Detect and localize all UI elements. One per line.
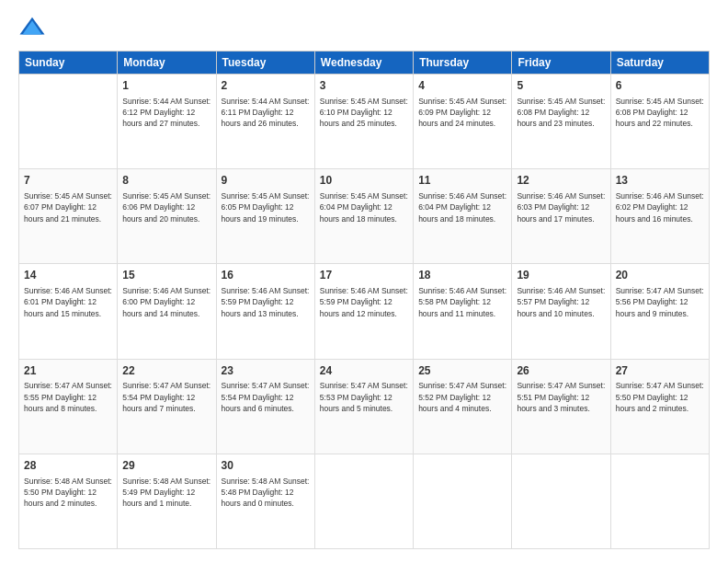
calendar-cell: 18Sunrise: 5:46 AM Sunset: 5:58 PM Dayli…	[414, 264, 512, 359]
calendar-cell: 11Sunrise: 5:46 AM Sunset: 6:04 PM Dayli…	[414, 169, 512, 264]
header-saturday: Saturday	[610, 52, 709, 75]
logo	[18, 14, 50, 41]
week-row-4: 21Sunrise: 5:47 AM Sunset: 5:55 PM Dayli…	[19, 359, 710, 454]
day-number: 4	[418, 78, 506, 94]
calendar-cell	[610, 454, 709, 548]
calendar-cell	[414, 454, 512, 548]
cell-info: Sunrise: 5:46 AM Sunset: 6:01 PM Dayligh…	[24, 285, 112, 319]
calendar-cell: 14Sunrise: 5:46 AM Sunset: 6:01 PM Dayli…	[19, 264, 118, 359]
day-number: 1	[122, 78, 210, 94]
cell-info: Sunrise: 5:48 AM Sunset: 5:49 PM Dayligh…	[122, 476, 210, 510]
header-sunday: Sunday	[19, 52, 118, 75]
day-number: 2	[222, 78, 310, 94]
day-number: 9	[222, 173, 310, 189]
calendar-cell: 22Sunrise: 5:47 AM Sunset: 5:54 PM Dayli…	[118, 359, 216, 454]
header-thursday: Thursday	[414, 52, 512, 75]
calendar-cell	[512, 454, 610, 548]
page: Sunday Monday Tuesday Wednesday Thursday…	[0, 0, 728, 563]
cell-info: Sunrise: 5:47 AM Sunset: 5:54 PM Dayligh…	[222, 380, 310, 414]
day-number: 10	[320, 173, 408, 189]
weekday-header-row: Sunday Monday Tuesday Wednesday Thursday…	[19, 52, 710, 75]
week-row-2: 7Sunrise: 5:45 AM Sunset: 6:07 PM Daylig…	[19, 169, 710, 264]
day-number: 17	[320, 268, 408, 283]
calendar-cell: 4Sunrise: 5:45 AM Sunset: 6:09 PM Daylig…	[414, 75, 512, 169]
cell-info: Sunrise: 5:45 AM Sunset: 6:06 PM Dayligh…	[122, 190, 210, 224]
cell-info: Sunrise: 5:47 AM Sunset: 5:54 PM Dayligh…	[122, 380, 210, 414]
calendar-cell: 27Sunrise: 5:47 AM Sunset: 5:50 PM Dayli…	[610, 359, 709, 454]
header-tuesday: Tuesday	[216, 52, 314, 75]
cell-info: Sunrise: 5:47 AM Sunset: 5:55 PM Dayligh…	[24, 380, 112, 414]
cell-info: Sunrise: 5:45 AM Sunset: 6:04 PM Dayligh…	[320, 190, 408, 224]
day-number: 16	[222, 268, 310, 283]
week-row-1: 1Sunrise: 5:44 AM Sunset: 6:12 PM Daylig…	[19, 75, 710, 169]
day-number: 6	[616, 78, 704, 94]
calendar-cell: 10Sunrise: 5:45 AM Sunset: 6:04 PM Dayli…	[314, 169, 413, 264]
header-wednesday: Wednesday	[314, 52, 413, 75]
cell-info: Sunrise: 5:46 AM Sunset: 5:58 PM Dayligh…	[418, 285, 506, 319]
cell-info: Sunrise: 5:46 AM Sunset: 5:59 PM Dayligh…	[222, 285, 310, 319]
cell-info: Sunrise: 5:48 AM Sunset: 5:50 PM Dayligh…	[24, 476, 112, 510]
cell-info: Sunrise: 5:47 AM Sunset: 5:53 PM Dayligh…	[320, 380, 408, 414]
calendar-cell: 3Sunrise: 5:45 AM Sunset: 6:10 PM Daylig…	[314, 75, 413, 169]
day-number: 13	[616, 173, 704, 189]
week-row-3: 14Sunrise: 5:46 AM Sunset: 6:01 PM Dayli…	[19, 264, 710, 359]
calendar-cell: 2Sunrise: 5:44 AM Sunset: 6:11 PM Daylig…	[216, 75, 314, 169]
calendar-cell: 13Sunrise: 5:46 AM Sunset: 6:02 PM Dayli…	[610, 169, 709, 264]
cell-info: Sunrise: 5:47 AM Sunset: 5:50 PM Dayligh…	[616, 380, 704, 414]
calendar-cell: 30Sunrise: 5:48 AM Sunset: 5:48 PM Dayli…	[216, 454, 314, 548]
calendar-cell: 23Sunrise: 5:47 AM Sunset: 5:54 PM Dayli…	[216, 359, 314, 454]
calendar-cell	[314, 454, 413, 548]
day-number: 26	[517, 363, 605, 379]
cell-info: Sunrise: 5:46 AM Sunset: 6:03 PM Dayligh…	[517, 190, 605, 224]
calendar-cell: 24Sunrise: 5:47 AM Sunset: 5:53 PM Dayli…	[314, 359, 413, 454]
calendar-cell: 5Sunrise: 5:45 AM Sunset: 6:08 PM Daylig…	[512, 75, 610, 169]
cell-info: Sunrise: 5:45 AM Sunset: 6:10 PM Dayligh…	[320, 96, 408, 130]
day-number: 27	[616, 363, 704, 379]
day-number: 19	[517, 268, 605, 283]
calendar-cell: 19Sunrise: 5:46 AM Sunset: 5:57 PM Dayli…	[512, 264, 610, 359]
day-number: 24	[320, 363, 408, 379]
calendar-cell: 8Sunrise: 5:45 AM Sunset: 6:06 PM Daylig…	[118, 169, 216, 264]
calendar-cell: 20Sunrise: 5:47 AM Sunset: 5:56 PM Dayli…	[610, 264, 709, 359]
calendar-cell: 7Sunrise: 5:45 AM Sunset: 6:07 PM Daylig…	[19, 169, 118, 264]
logo-icon	[18, 14, 46, 41]
day-number: 21	[24, 363, 112, 379]
day-number: 14	[24, 268, 112, 283]
header	[18, 14, 710, 41]
calendar-cell: 6Sunrise: 5:45 AM Sunset: 6:08 PM Daylig…	[610, 75, 709, 169]
day-number: 5	[517, 78, 605, 94]
calendar-cell: 17Sunrise: 5:46 AM Sunset: 5:59 PM Dayli…	[314, 264, 413, 359]
day-number: 15	[122, 268, 210, 283]
cell-info: Sunrise: 5:44 AM Sunset: 6:12 PM Dayligh…	[122, 96, 210, 130]
calendar-cell: 26Sunrise: 5:47 AM Sunset: 5:51 PM Dayli…	[512, 359, 610, 454]
cell-info: Sunrise: 5:44 AM Sunset: 6:11 PM Dayligh…	[222, 96, 310, 130]
cell-info: Sunrise: 5:45 AM Sunset: 6:08 PM Dayligh…	[517, 96, 605, 130]
day-number: 7	[24, 173, 112, 189]
cell-info: Sunrise: 5:46 AM Sunset: 6:02 PM Dayligh…	[616, 190, 704, 224]
header-friday: Friday	[512, 52, 610, 75]
header-monday: Monday	[118, 52, 216, 75]
day-number: 12	[517, 173, 605, 189]
day-number: 28	[24, 458, 112, 474]
day-number: 20	[616, 268, 704, 283]
day-number: 23	[222, 363, 310, 379]
cell-info: Sunrise: 5:46 AM Sunset: 5:59 PM Dayligh…	[320, 285, 408, 319]
cell-info: Sunrise: 5:46 AM Sunset: 5:57 PM Dayligh…	[517, 285, 605, 319]
day-number: 18	[418, 268, 506, 283]
cell-info: Sunrise: 5:45 AM Sunset: 6:05 PM Dayligh…	[222, 190, 310, 224]
calendar-cell: 15Sunrise: 5:46 AM Sunset: 6:00 PM Dayli…	[118, 264, 216, 359]
calendar-cell: 9Sunrise: 5:45 AM Sunset: 6:05 PM Daylig…	[216, 169, 314, 264]
cell-info: Sunrise: 5:48 AM Sunset: 5:48 PM Dayligh…	[222, 476, 310, 510]
calendar-cell: 12Sunrise: 5:46 AM Sunset: 6:03 PM Dayli…	[512, 169, 610, 264]
cell-info: Sunrise: 5:47 AM Sunset: 5:51 PM Dayligh…	[517, 380, 605, 414]
day-number: 11	[418, 173, 506, 189]
day-number: 3	[320, 78, 408, 94]
cell-info: Sunrise: 5:45 AM Sunset: 6:09 PM Dayligh…	[418, 96, 506, 130]
calendar-cell: 16Sunrise: 5:46 AM Sunset: 5:59 PM Dayli…	[216, 264, 314, 359]
calendar-cell: 25Sunrise: 5:47 AM Sunset: 5:52 PM Dayli…	[414, 359, 512, 454]
calendar-cell: 28Sunrise: 5:48 AM Sunset: 5:50 PM Dayli…	[19, 454, 118, 548]
calendar-cell	[19, 75, 118, 169]
day-number: 8	[122, 173, 210, 189]
calendar-cell: 29Sunrise: 5:48 AM Sunset: 5:49 PM Dayli…	[118, 454, 216, 548]
day-number: 25	[418, 363, 506, 379]
